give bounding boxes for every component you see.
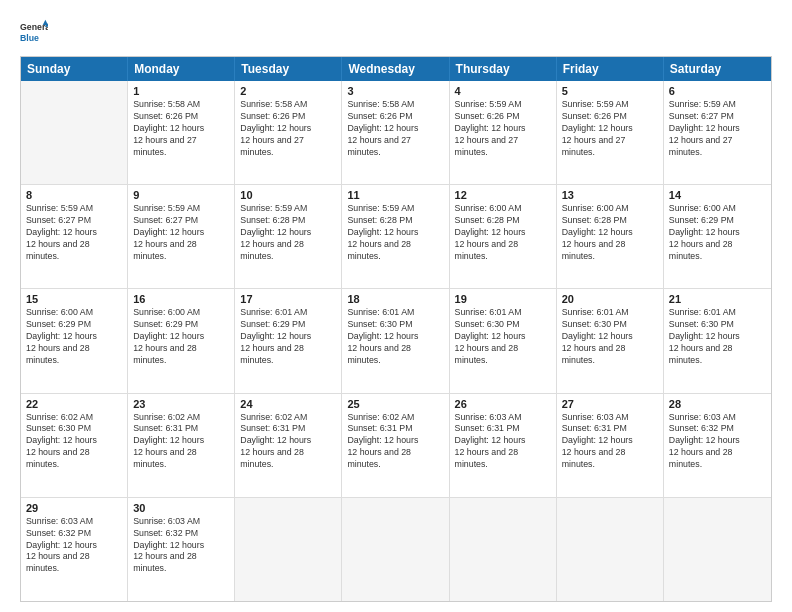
day-number: 3 [347,85,443,97]
cal-cell: 23Sunrise: 6:02 AMSunset: 6:31 PMDayligh… [128,394,235,497]
day-number: 30 [133,502,229,514]
day-number: 5 [562,85,658,97]
day-number: 8 [26,189,122,201]
day-number: 20 [562,293,658,305]
cell-text: Sunrise: 6:01 AMSunset: 6:30 PMDaylight:… [455,307,551,366]
cal-cell: 19Sunrise: 6:01 AMSunset: 6:30 PMDayligh… [450,289,557,392]
cell-text: Sunrise: 6:01 AMSunset: 6:30 PMDaylight:… [347,307,443,366]
cell-text: Sunrise: 5:59 AMSunset: 6:27 PMDaylight:… [26,203,122,262]
cell-text: Sunrise: 6:00 AMSunset: 6:29 PMDaylight:… [26,307,122,366]
day-number: 17 [240,293,336,305]
day-number: 27 [562,398,658,410]
cell-text: Sunrise: 5:59 AMSunset: 6:28 PMDaylight:… [240,203,336,262]
cal-cell: 17Sunrise: 6:01 AMSunset: 6:29 PMDayligh… [235,289,342,392]
cal-cell: 14Sunrise: 6:00 AMSunset: 6:29 PMDayligh… [664,185,771,288]
cell-text: Sunrise: 6:00 AMSunset: 6:28 PMDaylight:… [455,203,551,262]
header-day-sunday: Sunday [21,57,128,81]
cal-cell: 21Sunrise: 6:01 AMSunset: 6:30 PMDayligh… [664,289,771,392]
calendar-row-1: 8Sunrise: 5:59 AMSunset: 6:27 PMDaylight… [21,184,771,288]
cell-text: Sunrise: 6:00 AMSunset: 6:28 PMDaylight:… [562,203,658,262]
cell-text: Sunrise: 6:00 AMSunset: 6:29 PMDaylight:… [669,203,766,262]
cell-text: Sunrise: 6:01 AMSunset: 6:29 PMDaylight:… [240,307,336,366]
day-number: 29 [26,502,122,514]
logo-icon: General Blue [20,18,48,46]
cal-cell [342,498,449,601]
cal-cell: 27Sunrise: 6:03 AMSunset: 6:31 PMDayligh… [557,394,664,497]
cal-cell [235,498,342,601]
day-number: 2 [240,85,336,97]
calendar-row-4: 29Sunrise: 6:03 AMSunset: 6:32 PMDayligh… [21,497,771,601]
calendar-row-2: 15Sunrise: 6:00 AMSunset: 6:29 PMDayligh… [21,288,771,392]
cell-text: Sunrise: 6:00 AMSunset: 6:29 PMDaylight:… [133,307,229,366]
cell-text: Sunrise: 5:58 AMSunset: 6:26 PMDaylight:… [133,99,229,158]
day-number: 22 [26,398,122,410]
cal-cell: 11Sunrise: 5:59 AMSunset: 6:28 PMDayligh… [342,185,449,288]
cal-cell: 24Sunrise: 6:02 AMSunset: 6:31 PMDayligh… [235,394,342,497]
header-day-wednesday: Wednesday [342,57,449,81]
day-number: 25 [347,398,443,410]
cell-text: Sunrise: 5:59 AMSunset: 6:28 PMDaylight:… [347,203,443,262]
cal-cell: 2Sunrise: 5:58 AMSunset: 6:26 PMDaylight… [235,81,342,184]
cal-cell: 12Sunrise: 6:00 AMSunset: 6:28 PMDayligh… [450,185,557,288]
cal-cell: 18Sunrise: 6:01 AMSunset: 6:30 PMDayligh… [342,289,449,392]
cal-cell: 10Sunrise: 5:59 AMSunset: 6:28 PMDayligh… [235,185,342,288]
calendar-body: 1Sunrise: 5:58 AMSunset: 6:26 PMDaylight… [21,81,771,601]
cell-text: Sunrise: 6:03 AMSunset: 6:32 PMDaylight:… [26,516,122,575]
cal-cell: 8Sunrise: 5:59 AMSunset: 6:27 PMDaylight… [21,185,128,288]
day-number: 11 [347,189,443,201]
cell-text: Sunrise: 6:02 AMSunset: 6:31 PMDaylight:… [133,412,229,471]
cell-text: Sunrise: 5:59 AMSunset: 6:27 PMDaylight:… [669,99,766,158]
cell-text: Sunrise: 6:03 AMSunset: 6:32 PMDaylight:… [669,412,766,471]
calendar-row-0: 1Sunrise: 5:58 AMSunset: 6:26 PMDaylight… [21,81,771,184]
cal-cell: 26Sunrise: 6:03 AMSunset: 6:31 PMDayligh… [450,394,557,497]
logo: General Blue [20,18,52,46]
header-day-monday: Monday [128,57,235,81]
day-number: 1 [133,85,229,97]
day-number: 15 [26,293,122,305]
day-number: 14 [669,189,766,201]
cal-cell: 9Sunrise: 5:59 AMSunset: 6:27 PMDaylight… [128,185,235,288]
day-number: 21 [669,293,766,305]
cell-text: Sunrise: 5:59 AMSunset: 6:26 PMDaylight:… [562,99,658,158]
cal-cell: 29Sunrise: 6:03 AMSunset: 6:32 PMDayligh… [21,498,128,601]
cell-text: Sunrise: 5:59 AMSunset: 6:26 PMDaylight:… [455,99,551,158]
header-day-friday: Friday [557,57,664,81]
header-day-tuesday: Tuesday [235,57,342,81]
day-number: 18 [347,293,443,305]
cell-text: Sunrise: 5:58 AMSunset: 6:26 PMDaylight:… [347,99,443,158]
day-number: 6 [669,85,766,97]
cell-text: Sunrise: 6:02 AMSunset: 6:31 PMDaylight:… [240,412,336,471]
calendar: SundayMondayTuesdayWednesdayThursdayFrid… [20,56,772,602]
day-number: 28 [669,398,766,410]
day-number: 23 [133,398,229,410]
day-number: 12 [455,189,551,201]
cal-cell: 20Sunrise: 6:01 AMSunset: 6:30 PMDayligh… [557,289,664,392]
page: General Blue SundayMondayTuesdayWednesda… [0,0,792,612]
top-section: General Blue [20,18,772,46]
calendar-row-3: 22Sunrise: 6:02 AMSunset: 6:30 PMDayligh… [21,393,771,497]
cal-cell: 28Sunrise: 6:03 AMSunset: 6:32 PMDayligh… [664,394,771,497]
cal-cell: 25Sunrise: 6:02 AMSunset: 6:31 PMDayligh… [342,394,449,497]
cal-cell: 1Sunrise: 5:58 AMSunset: 6:26 PMDaylight… [128,81,235,184]
header-day-saturday: Saturday [664,57,771,81]
day-number: 16 [133,293,229,305]
header-day-thursday: Thursday [450,57,557,81]
cell-text: Sunrise: 5:59 AMSunset: 6:27 PMDaylight:… [133,203,229,262]
cell-text: Sunrise: 6:02 AMSunset: 6:31 PMDaylight:… [347,412,443,471]
cal-cell [21,81,128,184]
cal-cell [664,498,771,601]
day-number: 13 [562,189,658,201]
cal-cell: 6Sunrise: 5:59 AMSunset: 6:27 PMDaylight… [664,81,771,184]
cal-cell: 16Sunrise: 6:00 AMSunset: 6:29 PMDayligh… [128,289,235,392]
cell-text: Sunrise: 6:03 AMSunset: 6:31 PMDaylight:… [562,412,658,471]
cal-cell [557,498,664,601]
cal-cell: 3Sunrise: 5:58 AMSunset: 6:26 PMDaylight… [342,81,449,184]
calendar-header: SundayMondayTuesdayWednesdayThursdayFrid… [21,57,771,81]
cell-text: Sunrise: 6:03 AMSunset: 6:31 PMDaylight:… [455,412,551,471]
cell-text: Sunrise: 6:03 AMSunset: 6:32 PMDaylight:… [133,516,229,575]
day-number: 9 [133,189,229,201]
cell-text: Sunrise: 6:02 AMSunset: 6:30 PMDaylight:… [26,412,122,471]
day-number: 24 [240,398,336,410]
cell-text: Sunrise: 6:01 AMSunset: 6:30 PMDaylight:… [669,307,766,366]
cell-text: Sunrise: 5:58 AMSunset: 6:26 PMDaylight:… [240,99,336,158]
